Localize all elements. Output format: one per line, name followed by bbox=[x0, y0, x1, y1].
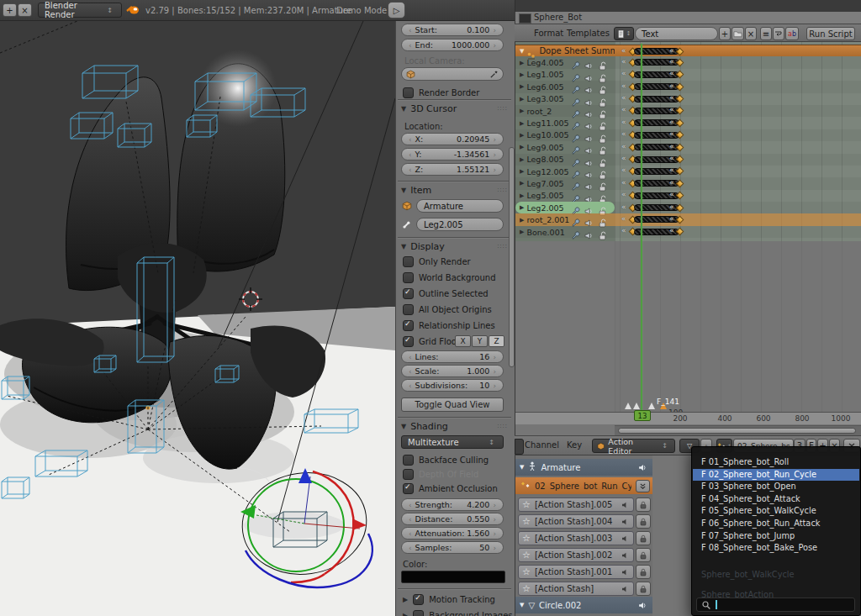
action-channel-row[interactable]: ▼ ▽ ☆ 02_Sphere_bot_Run_Cycle bbox=[515, 477, 652, 494]
lock-button[interactable] bbox=[636, 582, 651, 596]
speaker-icon[interactable] bbox=[584, 167, 594, 176]
play-demo-button[interactable]: ▷ bbox=[388, 2, 405, 18]
display-option-row[interactable]: World Background bbox=[403, 271, 496, 283]
display-option-row[interactable]: Relationship Lines bbox=[403, 319, 495, 331]
channel-name-cell[interactable]: Leg10.005 bbox=[515, 129, 615, 141]
star-icon[interactable]: ☆ bbox=[522, 501, 531, 509]
dopesheet-channel-row[interactable]: Leg2.005 « « bbox=[515, 202, 861, 213]
text-editor-content-line[interactable]: Sphere_Bot bbox=[515, 12, 861, 24]
axis-toggle-button[interactable]: X bbox=[455, 335, 471, 347]
panel-header-3d-cursor[interactable]: ▼ 3D Cursor ∷∷ bbox=[401, 103, 508, 114]
checkbox[interactable] bbox=[403, 455, 414, 466]
eyedropper-icon[interactable] bbox=[489, 70, 499, 79]
panel-expand-icon[interactable]: ▼ bbox=[401, 187, 406, 194]
panel-header-display[interactable]: ▼ Display ∷∷ bbox=[401, 241, 508, 252]
dopesheet-channel-row[interactable]: root_2 « « bbox=[515, 105, 861, 117]
dopesheet-channel-row[interactable]: Leg11.005 « « bbox=[515, 117, 861, 129]
local-camera-field[interactable] bbox=[401, 67, 504, 81]
wrench-icon[interactable] bbox=[572, 215, 581, 224]
menu-templates[interactable]: Templates bbox=[567, 29, 610, 38]
panel-drag-dots[interactable]: ∷∷ bbox=[498, 423, 508, 430]
action-channel-row[interactable]: ▼ ▽ ☆ [Action Stash].004 bbox=[515, 514, 652, 529]
stash-strip-pill[interactable]: ☆ [Action Stash].002 bbox=[518, 548, 634, 562]
toggle-quad-view-button[interactable]: Toggle Quad View bbox=[401, 398, 504, 412]
menu-format[interactable]: Format bbox=[534, 29, 563, 38]
menu-key[interactable]: Key bbox=[567, 440, 582, 450]
speaker-icon[interactable] bbox=[584, 179, 594, 188]
action-channel-row[interactable]: ▼ ▽ ☆ Circle.002 Circle bbox=[515, 597, 652, 613]
dopesheet-channel-row[interactable]: Leg5.005 « « bbox=[515, 190, 861, 202]
wrench-icon[interactable] bbox=[572, 58, 581, 67]
channel-name-cell[interactable]: Leg1.005 bbox=[515, 69, 615, 81]
star-icon[interactable]: ☆ bbox=[522, 585, 531, 593]
mute-speaker-icon[interactable] bbox=[621, 568, 630, 577]
channel-name-cell[interactable]: Leg9.005 bbox=[515, 141, 615, 153]
unlock-icon[interactable] bbox=[598, 107, 607, 116]
line-numbers-toggle[interactable]: ≡ bbox=[760, 27, 772, 40]
wrench-icon[interactable] bbox=[572, 228, 581, 237]
display-number-slider[interactable]: Scale: 1.000 bbox=[401, 365, 504, 377]
text-datablock-browse[interactable]: ↕ bbox=[614, 27, 634, 40]
expand-icon[interactable] bbox=[520, 192, 524, 199]
checkbox[interactable] bbox=[413, 594, 424, 605]
action-channel-row[interactable]: ▼ ▽ ☆ [Action Stash].001 bbox=[515, 565, 652, 579]
frame-start-slider[interactable]: Start: 0.100 bbox=[401, 24, 504, 36]
speaker-icon[interactable] bbox=[584, 95, 594, 104]
checkbox[interactable] bbox=[403, 469, 414, 480]
expand-icon[interactable] bbox=[520, 168, 524, 175]
checkbox[interactable] bbox=[403, 320, 414, 331]
panel-header-item[interactable]: ▼ Item ∷∷ bbox=[401, 185, 508, 196]
panel-expand-icon[interactable]: ▼ bbox=[401, 243, 406, 250]
timeline-marker[interactable] bbox=[633, 403, 640, 409]
unlock-icon[interactable] bbox=[598, 143, 607, 152]
stash-strip-pill[interactable]: ☆ [Action Stash].005 bbox=[518, 498, 634, 512]
lock-button[interactable] bbox=[636, 498, 651, 512]
speaker-icon[interactable] bbox=[584, 82, 594, 92]
syntax-highlight-toggle[interactable]: ab bbox=[785, 27, 799, 40]
object-name-field[interactable]: Armature bbox=[416, 199, 504, 213]
channel-name-cell[interactable]: Leg12.005 bbox=[515, 166, 615, 177]
expand-icon[interactable] bbox=[520, 60, 524, 66]
expand-icon[interactable] bbox=[520, 108, 524, 114]
panel-header-sh[interactable]: ▼ Shading ∷∷ bbox=[401, 421, 508, 432]
expand-icon[interactable] bbox=[520, 180, 524, 187]
popup-action-item[interactable]: F 08_Sphere_bot_Bake_Pose bbox=[693, 542, 859, 555]
timeline-marker[interactable] bbox=[648, 403, 655, 409]
stash-strip-pill[interactable]: ☆ [Action Stash].001 bbox=[518, 565, 634, 579]
wrench-icon[interactable] bbox=[572, 203, 581, 213]
dopesheet-channel-row[interactable]: Leg9.005 « « bbox=[515, 141, 861, 153]
grid-floor-checkbox[interactable] bbox=[403, 336, 414, 347]
stash-strip-pill[interactable]: ☆ [Action Stash].004 bbox=[518, 514, 634, 529]
editor-mode-select[interactable]: Action Editor ↕ bbox=[592, 439, 675, 453]
dopesheet-channel-row[interactable]: Leg3.005 « « bbox=[515, 93, 861, 105]
menu-channel[interactable]: Channel bbox=[525, 440, 559, 450]
unlock-icon[interactable] bbox=[598, 95, 607, 104]
render-border-checkbox[interactable] bbox=[403, 87, 414, 98]
channel-name-cell[interactable]: root_2.001 bbox=[515, 213, 615, 225]
lock-button[interactable] bbox=[636, 531, 651, 545]
checkbox[interactable] bbox=[403, 288, 414, 299]
popup-action-item[interactable]: F 04_Sphere_bot_Attack bbox=[693, 493, 859, 506]
wrench-icon[interactable] bbox=[572, 95, 581, 104]
cursor-coord-slider[interactable]: X: 0.20945 bbox=[401, 133, 504, 145]
dopesheet-channel-row[interactable]: Leg1.005 « « bbox=[515, 69, 861, 81]
render-engine-select[interactable]: Blender Render ↕ bbox=[38, 3, 122, 18]
axis-toggle-button[interactable]: Y bbox=[472, 335, 488, 347]
popup-action-item[interactable]: F 01_Sphere_bot_Roll bbox=[693, 456, 859, 469]
collapsed-panel-row[interactable]: ▶ Motion Tracking bbox=[403, 593, 495, 605]
panel-drag-dots[interactable]: ∷∷ bbox=[498, 187, 508, 194]
wrench-icon[interactable] bbox=[572, 118, 581, 128]
speaker-icon[interactable] bbox=[584, 155, 594, 165]
timeline-marker[interactable] bbox=[625, 403, 631, 409]
lock-button[interactable] bbox=[636, 514, 651, 529]
checkbox[interactable] bbox=[413, 610, 424, 616]
star-icon[interactable]: ☆ bbox=[522, 568, 531, 577]
popup-action-item[interactable]: F 03_Sphere_bot_Open bbox=[693, 481, 859, 493]
wrench-icon[interactable] bbox=[572, 82, 581, 92]
popup-action-item[interactable]: F 05_Sphere_bot_WalkCycle bbox=[693, 505, 859, 518]
expand-icon[interactable] bbox=[520, 120, 524, 127]
panel-expand-icon[interactable]: ▼ bbox=[401, 423, 406, 430]
unlink-text-button[interactable]: × bbox=[745, 27, 757, 40]
run-script-button[interactable]: Run Script bbox=[806, 27, 855, 40]
unlock-icon[interactable] bbox=[598, 192, 607, 201]
